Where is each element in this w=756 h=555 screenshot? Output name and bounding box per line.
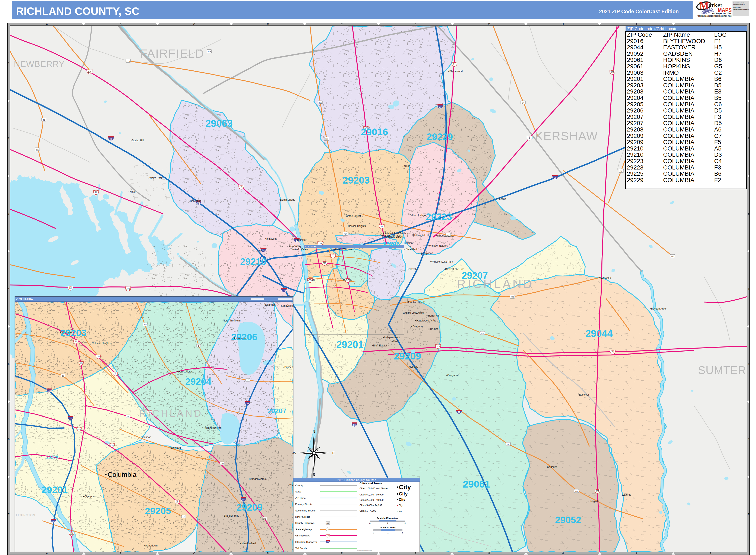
- svg-text:Colonial Heights: Colonial Heights: [92, 342, 111, 345]
- svg-text:Mountain Brook: Mountain Brook: [407, 301, 425, 304]
- svg-text:COLUMBIA: COLUMBIA: [663, 139, 695, 145]
- svg-text:C7: C7: [714, 133, 722, 139]
- svg-text:1: 1: [198, 345, 199, 347]
- svg-text:29209: 29209: [237, 502, 263, 513]
- svg-text:2: 2: [402, 531, 403, 534]
- svg-text:29044: 29044: [585, 328, 613, 339]
- svg-text:Eastmoot: Eastmoot: [413, 325, 423, 328]
- svg-text:BLYTHEWOOD: BLYTHEWOOD: [663, 38, 705, 44]
- svg-text:Belmont: Belmont: [404, 242, 414, 245]
- svg-text:ZIP Code: ZIP Code: [295, 497, 305, 499]
- svg-text:29052: 29052: [627, 50, 643, 57]
- svg-text:Cities 50,000 - 99,999: Cities 50,000 - 99,999: [360, 493, 384, 496]
- svg-text:215: 215: [325, 138, 328, 140]
- svg-text:COLUMBIA: COLUMBIA: [663, 76, 695, 82]
- svg-text:Cities 1 - 4,999: Cities 1 - 4,999: [360, 510, 376, 512]
- svg-text:48: 48: [507, 443, 509, 445]
- svg-text:Shandon: Shandon: [141, 436, 151, 439]
- svg-text:Horrel Hill: Horrel Hill: [428, 314, 439, 317]
- svg-text:GADSDEN: GADSDEN: [663, 50, 692, 57]
- svg-text:Windsor Estates: Windsor Estates: [429, 244, 448, 247]
- svg-text:Ballentine: Ballentine: [190, 200, 201, 203]
- svg-text:S: S: [312, 473, 315, 477]
- svg-text:D: D: [267, 552, 269, 555]
- svg-text:E: E: [341, 552, 343, 555]
- svg-text:3: 3: [748, 212, 749, 215]
- svg-text:126: 126: [282, 290, 286, 292]
- svg-text:29063: 29063: [627, 70, 643, 76]
- svg-text:378: 378: [77, 428, 81, 430]
- svg-text:20: 20: [554, 177, 556, 179]
- svg-text:Columbia: Columbia: [108, 471, 136, 478]
- svg-text:F: F: [415, 552, 416, 555]
- svg-text:B5: B5: [714, 82, 721, 89]
- svg-text:29223: 29223: [627, 158, 643, 164]
- svg-text:123: 123: [327, 522, 329, 524]
- svg-text:North Trenholm: North Trenholm: [223, 319, 241, 322]
- svg-text:COLUMBIA: COLUMBIA: [663, 114, 695, 120]
- svg-text:Dutch Village: Dutch Village: [280, 198, 295, 201]
- svg-text:ZIP Name: ZIP Name: [663, 31, 690, 38]
- svg-text:D5: D5: [714, 120, 722, 126]
- svg-text:202: 202: [36, 148, 39, 151]
- svg-text:US Highways: US Highways: [295, 534, 310, 537]
- svg-text:764: 764: [481, 332, 484, 335]
- svg-text:State Park: State Park: [406, 248, 418, 251]
- svg-text:29209: 29209: [627, 133, 643, 139]
- svg-text:Hilton: Hilton: [130, 190, 136, 193]
- svg-text:J: J: [709, 552, 711, 555]
- svg-text:29229: 29229: [627, 177, 643, 183]
- svg-text:1: 1: [8, 61, 9, 65]
- svg-text:Galaxy: Galaxy: [416, 311, 424, 314]
- svg-text:County: County: [295, 484, 303, 487]
- svg-text:26: 26: [353, 424, 356, 426]
- svg-text:29223: 29223: [426, 212, 452, 222]
- svg-text:Bruner: Bruner: [430, 328, 438, 331]
- svg-text:RICHLAND: RICHLAND: [139, 408, 203, 419]
- svg-text:EASTOVER: EASTOVER: [663, 44, 696, 51]
- svg-text:B: B: [120, 552, 122, 555]
- svg-text:77: 77: [247, 403, 249, 405]
- svg-text:Meadowfield: Meadowfield: [242, 542, 256, 545]
- svg-text:Brandon Hills: Brandon Hills: [224, 514, 239, 517]
- svg-text:COLUMBIA: COLUMBIA: [16, 297, 33, 301]
- svg-text:H7: H7: [714, 50, 722, 57]
- svg-text:Congaree: Congaree: [447, 374, 459, 377]
- svg-text:321: 321: [79, 362, 83, 364]
- svg-text:29201: 29201: [336, 339, 364, 350]
- svg-text:Bluff Estates: Bluff Estates: [373, 344, 387, 347]
- svg-text:A: A: [46, 552, 48, 555]
- svg-text:277: 277: [144, 324, 147, 326]
- svg-text:Forest Acres: Forest Acres: [178, 370, 193, 373]
- svg-text:mapsales@MarketMAPS.com: mapsales@MarketMAPS.com: [733, 8, 749, 10]
- svg-text:29206: 29206: [383, 241, 400, 247]
- svg-text:Scale in Kilometers: Scale in Kilometers: [377, 517, 398, 520]
- svg-text:White Rock: White Rock: [150, 176, 163, 179]
- svg-text:760: 760: [220, 462, 223, 465]
- svg-text:Eastover: Eastover: [579, 393, 589, 396]
- svg-text:1: 1: [387, 531, 388, 534]
- svg-text:7: 7: [8, 513, 9, 516]
- svg-text:21: 21: [380, 225, 383, 228]
- svg-text:B6: B6: [714, 170, 721, 177]
- svg-text:Ravenwood: Ravenwood: [234, 337, 247, 340]
- svg-text:29208: 29208: [46, 455, 58, 459]
- svg-text:Cities 100,000 and Above: Cities 100,000 and Above: [360, 487, 387, 490]
- svg-text:378: 378: [126, 288, 130, 290]
- svg-text:LOC: LOC: [714, 31, 726, 38]
- svg-text:F5: F5: [714, 139, 721, 145]
- svg-text:America's Leading Source of B: America's Leading Source of Business Map…: [697, 14, 732, 17]
- svg-text:Minor Streets: Minor Streets: [295, 515, 310, 518]
- svg-text:Satchel Ford Terrace: Satchel Ford Terrace: [384, 232, 408, 235]
- svg-text:F2: F2: [714, 177, 721, 183]
- svg-text:Pine Valley: Pine Valley: [289, 245, 301, 248]
- svg-text:Hollywood Hills: Hollywood Hills: [413, 234, 430, 237]
- svg-text:29206: 29206: [627, 107, 643, 114]
- svg-text:COLUMBIA: COLUMBIA: [663, 145, 695, 152]
- svg-text:E1: E1: [714, 38, 721, 44]
- svg-text:213: 213: [126, 60, 130, 62]
- svg-text:29205: 29205: [627, 101, 643, 108]
- svg-text:77: 77: [458, 411, 460, 414]
- svg-text:ZIP Code Index/Grid Locator: ZIP Code Index/Grid Locator: [627, 27, 679, 31]
- svg-text:261: 261: [671, 255, 674, 258]
